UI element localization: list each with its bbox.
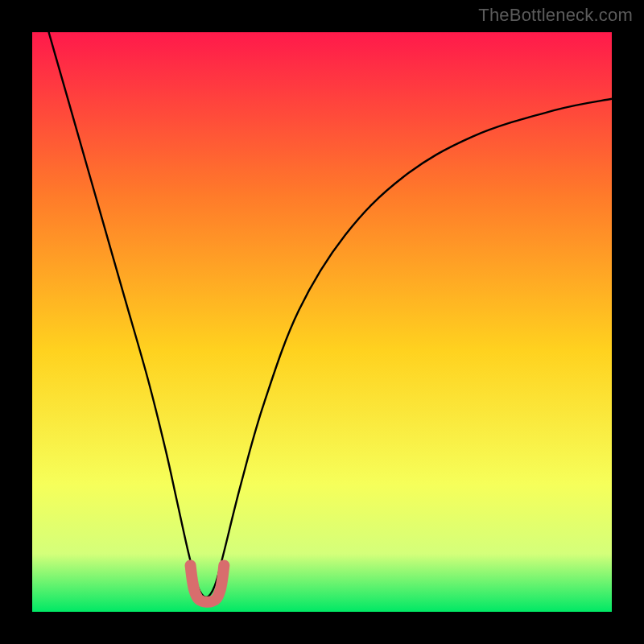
plot-area (32, 32, 612, 612)
chart-svg (32, 32, 612, 612)
chart-container: TheBottleneck.com (0, 0, 644, 644)
watermark-text: TheBottleneck.com (478, 5, 633, 26)
